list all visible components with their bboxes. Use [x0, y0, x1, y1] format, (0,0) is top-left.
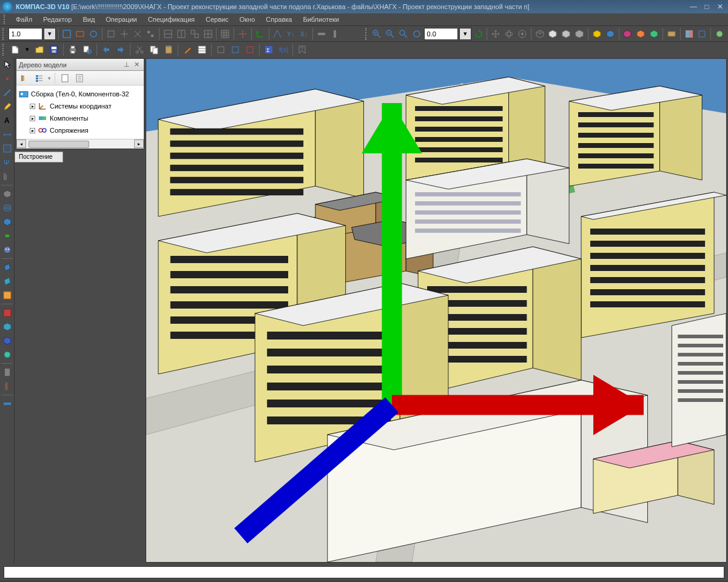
- ucs-icon[interactable]: [254, 27, 266, 41]
- zoom-fit-icon[interactable]: [411, 27, 423, 41]
- edit-icon[interactable]: [1, 100, 14, 113]
- cat-icon[interactable]: [1, 243, 14, 256]
- cut-icon[interactable]: [133, 43, 146, 56]
- tool-button[interactable]: [118, 27, 130, 41]
- tool-button[interactable]: [329, 27, 341, 41]
- rotate-icon[interactable]: [503, 27, 515, 41]
- scale-input[interactable]: [8, 28, 42, 40]
- tool-button[interactable]: [202, 27, 214, 41]
- properties-icon[interactable]: [195, 43, 209, 56]
- tool-icon[interactable]: Ψ: [1, 156, 14, 169]
- tool-icon[interactable]: [1, 306, 14, 319]
- coord-input[interactable]: [424, 28, 458, 40]
- new-file-icon[interactable]: [8, 43, 22, 56]
- help-icon[interactable]: ?: [295, 43, 309, 56]
- hatch-icon[interactable]: [1, 142, 14, 155]
- brush-icon[interactable]: [181, 43, 194, 56]
- snap-icon[interactable]: [237, 27, 249, 41]
- loft-icon[interactable]: [1, 215, 14, 229]
- tool-button[interactable]: [61, 27, 73, 41]
- scroll-thumb[interactable]: [29, 141, 89, 148]
- tree-root[interactable]: Сборка (Тел-0, Компонентов-32: [19, 88, 141, 100]
- text-icon[interactable]: A: [1, 114, 14, 127]
- plane-icon[interactable]: [1, 261, 14, 274]
- tool-button[interactable]: [162, 27, 174, 41]
- scroll-left-icon[interactable]: ◂: [16, 139, 26, 148]
- tool-button[interactable]: [189, 27, 201, 41]
- tool-button[interactable]: Y↓: [285, 27, 297, 41]
- line-icon[interactable]: [1, 86, 14, 99]
- minimize-button[interactable]: —: [688, 2, 699, 12]
- tool-icon[interactable]: [713, 27, 726, 41]
- tree-content[interactable]: Сборка (Тел-0, Компонентов-32 ▸ Системы …: [16, 85, 144, 139]
- sketch-icon[interactable]: [1, 289, 14, 302]
- close-button[interactable]: ✕: [715, 2, 726, 12]
- menu-help[interactable]: Справка: [261, 15, 297, 24]
- close-panel-icon[interactable]: ✕: [132, 60, 141, 70]
- sweep-icon[interactable]: [1, 229, 14, 242]
- shading-icon[interactable]: [648, 27, 660, 41]
- tool-icon[interactable]: [1, 366, 14, 379]
- tree-node-coords[interactable]: ▸ Системы координат: [30, 100, 141, 112]
- function-icon[interactable]: f(x): [277, 43, 290, 56]
- expand-icon[interactable]: ▸: [30, 128, 35, 133]
- tool-icon[interactable]: [229, 43, 242, 56]
- menu-service[interactable]: Сервис: [201, 15, 234, 24]
- new-dropdown[interactable]: ▾: [23, 43, 32, 56]
- zoom-out-icon[interactable]: [384, 27, 396, 41]
- tree-doc-icon[interactable]: [59, 72, 71, 84]
- menu-view[interactable]: Вид: [78, 15, 99, 24]
- tool-icon[interactable]: [1, 348, 14, 361]
- tool-button[interactable]: [144, 27, 157, 41]
- print-icon[interactable]: [66, 43, 79, 56]
- scroll-right-icon[interactable]: ▸: [134, 139, 144, 148]
- pan-icon[interactable]: [490, 27, 502, 41]
- view-icon[interactable]: [547, 27, 559, 41]
- shading-icon[interactable]: [635, 27, 647, 41]
- zoom-window-icon[interactable]: [397, 27, 410, 41]
- coord-dropdown[interactable]: ▾: [459, 28, 471, 40]
- viewport-3d[interactable]: [146, 58, 727, 563]
- tool-button[interactable]: [87, 27, 99, 41]
- tool-icon[interactable]: [666, 27, 678, 41]
- spring-icon[interactable]: [1, 380, 14, 393]
- tool-button[interactable]: [74, 27, 86, 41]
- tree-mode-icon[interactable]: [33, 72, 46, 84]
- clip-icon[interactable]: [1, 170, 14, 183]
- tool-icon[interactable]: [1, 320, 14, 333]
- tool-icon[interactable]: [1, 334, 14, 347]
- point-icon[interactable]: [1, 72, 14, 85]
- dimension-icon[interactable]: [1, 128, 14, 141]
- shading-icon[interactable]: [604, 27, 616, 41]
- tool-icon[interactable]: [243, 43, 257, 56]
- cursor-icon[interactable]: [1, 58, 14, 72]
- menu-window[interactable]: Окно: [235, 15, 260, 24]
- menu-editor[interactable]: Редактор: [38, 15, 76, 24]
- revolve-icon[interactable]: [1, 201, 14, 215]
- orbit-icon[interactable]: [516, 27, 528, 41]
- menu-libraries[interactable]: Библиотеки: [298, 15, 344, 24]
- shading-icon[interactable]: [591, 27, 603, 41]
- tree-scrollbar[interactable]: ◂ ▸: [16, 139, 144, 149]
- expand-icon[interactable]: ▸: [30, 116, 35, 121]
- save-icon[interactable]: [47, 43, 61, 56]
- menu-operations[interactable]: Операции: [101, 15, 141, 24]
- view-iso-icon[interactable]: [534, 27, 546, 41]
- refresh-icon[interactable]: [473, 27, 485, 41]
- tool-icon[interactable]: [1, 397, 14, 410]
- tool-button[interactable]: [315, 27, 328, 41]
- tool-button[interactable]: [175, 27, 187, 41]
- redo-icon[interactable]: [114, 43, 127, 56]
- tree-props-icon[interactable]: [73, 72, 86, 84]
- tool-button[interactable]: [105, 27, 117, 41]
- tree-view-icon[interactable]: [19, 72, 31, 84]
- grid-icon[interactable]: [219, 27, 231, 41]
- command-input[interactable]: [4, 566, 724, 578]
- axis-icon[interactable]: [1, 275, 14, 288]
- tool-button[interactable]: X↓: [298, 27, 310, 41]
- zoom-in-icon[interactable]: [371, 27, 383, 41]
- view-icon[interactable]: [560, 27, 572, 41]
- tree-node-mates[interactable]: ▸ Сопряжения: [30, 124, 141, 136]
- view-icon[interactable]: [573, 27, 585, 41]
- pin-icon[interactable]: ⊥: [122, 60, 132, 70]
